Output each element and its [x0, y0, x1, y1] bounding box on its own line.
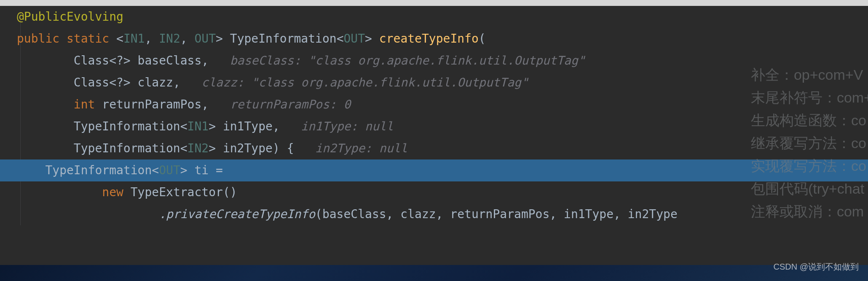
angle-close: >: [216, 32, 223, 46]
angle-open: <: [152, 163, 159, 177]
code-line[interactable]: new TypeExtractor(): [17, 181, 868, 203]
wildcard: <?>: [109, 76, 131, 89]
method-name: createTypeInfo: [379, 32, 479, 46]
execution-line[interactable]: TypeInformation<OUT> ti =: [0, 159, 868, 181]
generic-ref: IN1: [188, 119, 209, 133]
generic-ref: OUT: [159, 163, 180, 177]
generic-in1: IN1: [123, 32, 145, 46]
param-name: in1Type: [223, 119, 273, 133]
generic-in2: IN2: [159, 32, 180, 46]
code-line[interactable]: TypeInformation<IN2> in2Type) { in2Type:…: [17, 138, 868, 159]
brace-open: {: [287, 141, 294, 155]
inline-hint-label: in2Type:: [315, 141, 372, 155]
generic-out: OUT: [194, 32, 216, 46]
comma: ,: [173, 76, 180, 89]
generic-out: OUT: [344, 32, 365, 46]
angle-close: >: [180, 163, 188, 177]
angle-open: <: [337, 32, 344, 46]
paren-open: (: [479, 32, 486, 46]
angle-close: >: [209, 119, 216, 133]
inline-hint-value: "class org.apache.flink.util.OutputTag": [251, 76, 528, 89]
comma: ,: [201, 97, 209, 111]
param-type: Class: [74, 76, 109, 89]
inline-hint-value: null: [379, 141, 407, 155]
code-line[interactable]: Class<?> clazz, clazz: "class org.apache…: [17, 72, 868, 94]
desktop-strip: [0, 265, 868, 281]
comma: ,: [273, 119, 280, 133]
window-titlebar-strip: [0, 0, 868, 6]
angle-close: >: [209, 141, 216, 155]
keyword-public: public: [17, 32, 59, 46]
inline-hint-label: returnParamPos:: [230, 97, 337, 111]
code-line[interactable]: TypeInformation<IN1> in1Type, in1Type: n…: [17, 116, 868, 138]
angle-close: >: [365, 32, 372, 46]
annotation: @PublicEvolving: [17, 10, 123, 24]
inline-hint-label: clazz:: [201, 76, 244, 89]
comma: ,: [201, 54, 209, 68]
paren-open: (: [315, 207, 322, 221]
inline-hint-value: null: [365, 119, 393, 133]
param-name: clazz: [138, 76, 173, 89]
code-line[interactable]: int returnParamPos, returnParamPos: 0: [17, 94, 868, 116]
comma: ,: [145, 32, 159, 46]
wildcard: <?>: [109, 54, 131, 68]
inline-hint-value: 0: [343, 97, 351, 111]
code-line[interactable]: Class<?> baseClass, baseClass: "class or…: [17, 50, 868, 72]
local-var: ti: [194, 163, 209, 177]
code-editor[interactable]: @PublicEvolving public static <IN1, IN2,…: [0, 6, 868, 225]
param-name: returnParamPos: [102, 97, 201, 111]
paren-close: ): [230, 185, 237, 199]
param-type: TypeInformation: [74, 141, 180, 155]
paren-close: ): [273, 141, 280, 155]
param-type: Class: [74, 54, 109, 68]
code-line[interactable]: .privateCreateTypeInfo(baseClass, clazz,…: [17, 203, 868, 225]
inline-hint-value: "class org.apache.flink.util.OutputTag": [308, 54, 585, 68]
paren-open: (: [223, 185, 230, 199]
return-type: TypeInformation: [230, 32, 337, 46]
local-type: TypeInformation: [45, 163, 152, 177]
code-line[interactable]: @PublicEvolving: [17, 6, 868, 28]
equals: =: [209, 163, 223, 177]
inline-hint-label: in1Type:: [301, 119, 358, 133]
call-args: baseClass, clazz, returnParamPos, in1Typ…: [322, 207, 678, 221]
param-name: baseClass: [138, 54, 202, 68]
code-line[interactable]: public static <IN1, IN2, OUT> TypeInform…: [17, 28, 868, 50]
generic-ref: IN2: [188, 141, 209, 155]
comma: ,: [180, 32, 195, 46]
angle-open: <: [116, 32, 123, 46]
watermark: CSDN @说到不如做到: [773, 256, 859, 278]
ctor-name: TypeExtractor: [131, 185, 223, 199]
param-type: int: [74, 97, 95, 111]
keyword-new: new: [102, 185, 123, 199]
param-type: TypeInformation: [74, 119, 180, 133]
method-call: .privateCreateTypeInfo: [159, 207, 315, 221]
angle-open: <: [180, 141, 188, 155]
angle-open: <: [180, 119, 188, 133]
param-name: in2Type: [223, 141, 273, 155]
keyword-static: static: [67, 32, 109, 46]
inline-hint-label: baseClass:: [230, 54, 301, 68]
